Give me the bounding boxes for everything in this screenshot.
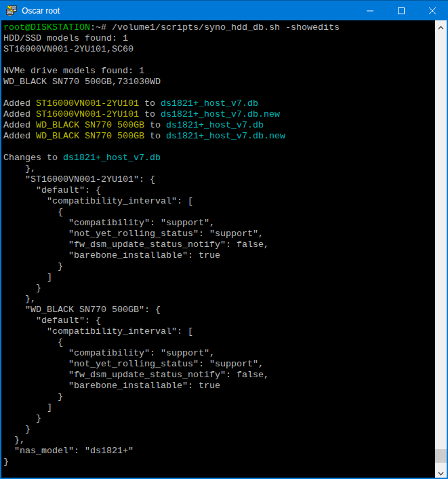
terminal-text-span: ] xyxy=(3,402,52,413)
title-bar[interactable]: Oscar root xyxy=(0,0,448,20)
terminal-line: "not_yet_rolling_status": "support", xyxy=(3,229,435,240)
terminal-text-span: } xyxy=(3,283,41,293)
terminal-text-span: ST16000VN001-2YU101 xyxy=(36,98,139,109)
terminal-text-span: WD_BLACK SN770 500GB xyxy=(36,120,144,130)
maximize-icon xyxy=(398,7,405,14)
terminal-line: Added ST16000VN001-2YU101 to ds1821+_hos… xyxy=(3,98,435,109)
putty-icon[interactable] xyxy=(5,5,18,17)
terminal-text-span: } xyxy=(3,261,63,271)
terminal-line: { xyxy=(3,207,435,218)
terminal-text-span: WD_BLACK SN770 500GB xyxy=(36,131,144,141)
terminal-text-span: "fw_dsm_update_status_notify": false, xyxy=(3,370,269,380)
scroll-down-button[interactable] xyxy=(435,466,447,478)
terminal-text-span: } xyxy=(3,391,63,402)
close-icon xyxy=(429,7,436,14)
scroll-down-icon xyxy=(438,466,444,478)
terminal-line: Added WD_BLACK SN770 500GB to ds1821+_ho… xyxy=(3,131,435,142)
terminal-line xyxy=(3,88,435,98)
terminal-text-span: "default": { xyxy=(3,315,101,326)
terminal-text-span: } xyxy=(3,413,41,423)
close-button[interactable] xyxy=(417,1,448,20)
maximize-button[interactable] xyxy=(386,1,417,20)
terminal-line xyxy=(3,55,435,66)
terminal-line: "nas_model": "ds1821+" xyxy=(3,446,435,457)
terminal-text-span: }, xyxy=(3,435,25,445)
terminal-text-span: ds1821+_host_v7.db.new xyxy=(161,109,280,119)
terminal-line: }, xyxy=(3,294,435,305)
terminal-line: } xyxy=(3,391,435,402)
terminal-text-span: }, xyxy=(3,294,36,304)
terminal-line: } xyxy=(3,283,435,294)
terminal-line: ] xyxy=(3,272,435,283)
terminal-text-span: to xyxy=(139,98,161,109)
terminal-line xyxy=(3,142,435,153)
terminal-text-span: "compatibility": "support", xyxy=(3,348,215,358)
terminal-text-span: Added xyxy=(3,131,36,141)
terminal-text-span: to xyxy=(144,120,166,130)
terminal-text-span: "nas_model": "ds1821+" xyxy=(3,446,134,456)
terminal-text-span: root@DISKSTATION xyxy=(3,22,90,33)
terminal-line: { xyxy=(3,337,435,348)
terminal-text-span: "WD_BLACK SN770 500GB": { xyxy=(3,305,161,315)
terminal-text-span: "fw_dsm_update_status_notify": false, xyxy=(3,240,269,250)
terminal-line: "compatibility": "support", xyxy=(3,348,435,359)
terminal-line: Added ST16000VN001-2YU101 to ds1821+_hos… xyxy=(3,109,435,120)
terminal-text-span: "compatibility": "support", xyxy=(3,218,215,228)
terminal-line: ST16000VN001-2YU101,SC60 xyxy=(3,44,435,55)
terminal-text-span: to xyxy=(139,109,161,119)
terminal-line: HDD/SSD models found: 1 xyxy=(3,33,435,44)
terminal-line: "barebone_installable": true xyxy=(3,381,435,391)
terminal-line: "default": { xyxy=(3,315,435,326)
window-client-area: root@DISKSTATION:~# /volume1/scripts/syn… xyxy=(1,20,447,478)
terminal-text-span: :~# /volume1/scripts/syno_hdd_db.sh -sho… xyxy=(90,22,340,33)
terminal-text-span: Added xyxy=(3,98,36,109)
terminal-text-span: Changes to xyxy=(3,153,63,163)
minimize-button[interactable] xyxy=(354,1,386,20)
scroll-up-button[interactable] xyxy=(435,20,447,32)
terminal-text-span: }, xyxy=(3,164,36,174)
terminal-text-span: "ST16000VN001-2YU101": { xyxy=(3,174,155,185)
terminal-line: "compatibility_interval": [ xyxy=(3,196,435,207)
terminal-text-span: ds1821+_host_v7.db xyxy=(63,153,161,163)
terminal-line: NVMe drive models found: 1 xyxy=(3,66,435,77)
terminal-line: Changes to ds1821+_host_v7.db xyxy=(3,153,435,164)
terminal-text-span: HDD/SSD models found: 1 xyxy=(3,33,128,43)
terminal-text-span: "barebone_installable": true xyxy=(3,381,220,391)
terminal-line: ] xyxy=(3,402,435,413)
terminal-text-span: WD_BLACK SN770 500GB,731030WD xyxy=(3,77,161,87)
scrollbar-thumb[interactable] xyxy=(435,449,447,463)
terminal-text-span: NVMe drive models found: 1 xyxy=(3,66,144,76)
terminal-line: "compatibility": "support", xyxy=(3,218,435,229)
terminal-text-span: } xyxy=(3,424,30,434)
terminal-line: } xyxy=(3,457,435,467)
terminal-text-span: ST16000VN001-2YU101 xyxy=(36,109,139,119)
terminal-text-span: "compatibility_interval": [ xyxy=(3,196,193,206)
terminal-text-span: ST16000VN001-2YU101,SC60 xyxy=(3,44,134,54)
terminal-line: }, xyxy=(3,435,435,446)
terminal-text-span: { xyxy=(3,207,63,217)
terminal-line: "compatibility_interval": [ xyxy=(3,326,435,337)
terminal-line: "fw_dsm_update_status_notify": false, xyxy=(3,240,435,250)
terminal-line: "WD_BLACK SN770 500GB": { xyxy=(3,305,435,315)
terminal-text-span: ds1821+_host_v7.db xyxy=(161,98,258,109)
terminal-line: "not_yet_rolling_status": "support", xyxy=(3,359,435,370)
scroll-up-icon xyxy=(438,20,444,33)
minimize-icon xyxy=(367,7,373,14)
terminal-line: WD_BLACK SN770 500GB,731030WD xyxy=(3,77,435,88)
terminal-line: } xyxy=(3,261,435,272)
terminal-text-span: "not_yet_rolling_status": "support", xyxy=(3,359,264,369)
terminal-text-span: "default": { xyxy=(3,185,101,195)
terminal-output[interactable]: root@DISKSTATION:~# /volume1/scripts/syn… xyxy=(1,20,435,478)
scrollbar[interactable] xyxy=(435,20,447,478)
terminal-text-span: ds1821+_host_v7.db.new xyxy=(166,131,285,141)
terminal-line: root@DISKSTATION:~# /volume1/scripts/syn… xyxy=(3,22,435,33)
terminal-text-span: Added xyxy=(3,120,36,130)
terminal-text-span: ] xyxy=(3,272,52,282)
terminal-text-span: } xyxy=(3,457,9,467)
terminal-line: "barebone_installable": true xyxy=(3,250,435,261)
putty-window: Oscar root root@DISKSTATION:~# /volume1/… xyxy=(0,0,448,479)
terminal-line: "fw_dsm_update_status_notify": false, xyxy=(3,370,435,381)
terminal-text-span: "compatibility_interval": [ xyxy=(3,326,193,337)
terminal-line: }, xyxy=(3,164,435,174)
window-title: Oscar root xyxy=(22,1,60,21)
